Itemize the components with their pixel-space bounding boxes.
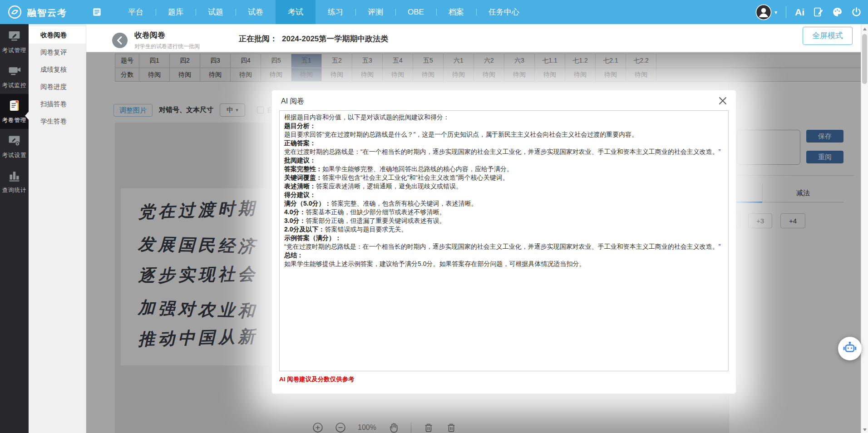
ai-suggestion-line: 正确答案： xyxy=(284,139,724,148)
ai-suggestion-line: 满分（5.0分）：答案完整、准确，包含所有核心关键词，表述清晰。 xyxy=(284,199,724,208)
submenu-item[interactable]: 收卷阅卷 xyxy=(29,26,86,44)
ai-suggestion-line: 得分建议： xyxy=(284,191,724,199)
ai-suggestion-line: 题目分析： xyxy=(284,122,724,130)
page-scrollbar[interactable] xyxy=(861,24,868,433)
page-title-block: 收卷阅卷 对学生的试卷进行统一批阅 xyxy=(134,30,200,50)
ai-suggestion-line: 如果学生能够提供上述示例答案，建议给予满分5.0分。如果答案存在部分问题，可根据… xyxy=(284,260,724,268)
page-subtitle: 对学生的试卷进行统一批阅 xyxy=(134,43,200,50)
exam-settings-icon xyxy=(7,133,21,149)
nav-item[interactable]: 评测 xyxy=(355,0,395,24)
exam-manage-icon xyxy=(7,29,21,44)
back-button[interactable] xyxy=(112,33,128,48)
submenu-item[interactable]: 学生答卷 xyxy=(29,113,86,130)
modal-title: AI 阅卷 xyxy=(281,97,305,105)
sidebar-item-label: 考卷管理 xyxy=(2,117,27,124)
submenu-sidebar: 收卷阅卷阅卷复评成绩复核阅卷进度扫描答卷学生答卷 xyxy=(29,24,86,433)
ai-suggestion-line: 2.0分及以下：答案错误或与题目要求无关。 xyxy=(284,225,724,234)
scroll-up-arrow-icon[interactable] xyxy=(863,28,867,30)
app-window: 融智云考 平台题库试题试卷考试练习评测OBE档案任务中心 ▾ Ai 考试管理考试… xyxy=(0,0,868,433)
sidebar-item[interactable]: 考卷管理 xyxy=(0,94,29,129)
sidebar-item-label: 查询统计 xyxy=(2,187,27,194)
theme-palette-icon[interactable] xyxy=(832,7,843,17)
nav-right-cluster: ▾ Ai xyxy=(755,0,862,24)
grading-pencil-icon[interactable] xyxy=(813,7,824,17)
ai-grading-modal: AI 阅卷 根据题目内容和分值，以下是对该试题的批阅建议和得分：题目分析：题目要… xyxy=(271,90,736,394)
ai-suggestion-line: 党在过渡时期的总路线是：“在一个相当长的时期内，逐步实现国家的社会主义工业化，并… xyxy=(284,148,724,156)
avatar[interactable] xyxy=(755,4,772,20)
nav-item[interactable]: 任务中心 xyxy=(476,0,532,24)
nav-item[interactable]: OBE xyxy=(395,0,436,24)
submenu-item[interactable]: 阅卷复评 xyxy=(29,44,86,61)
ai-suggestion-line: 批阅建议： xyxy=(284,156,724,165)
scrollbar-thumb[interactable] xyxy=(862,34,867,84)
sidebar-item[interactable]: 查询统计 xyxy=(0,164,29,199)
logout-power-icon[interactable] xyxy=(851,7,862,17)
main-nav: 平台题库试题试卷考试练习评测OBE档案任务中心 xyxy=(116,0,532,24)
ai-suggestion-line: “党在过渡时期的总路线是：在一个相当长的时期内，逐步实现国家的社会主义工业化，并… xyxy=(284,242,724,251)
sidebar-item[interactable]: 考试设置 xyxy=(0,129,29,164)
nav-item[interactable]: 试题 xyxy=(196,0,236,24)
page-header: 收卷阅卷 对学生的试卷进行统一批阅 正在批阅：2024-2025第一学期期中政法… xyxy=(86,24,868,52)
sidebar-item-label: 考试监控 xyxy=(2,82,27,89)
submenu-item[interactable]: 扫描答卷 xyxy=(29,95,86,113)
ai-disclaimer: AI 阅卷建议及分数仅供参考 xyxy=(279,375,729,384)
scroll-down-arrow-icon[interactable] xyxy=(863,428,867,431)
nav-divider xyxy=(786,6,786,18)
fullscreen-mode-button[interactable]: 全屏模式 xyxy=(803,27,853,45)
sidebar-item-label: 考试设置 xyxy=(2,152,27,159)
nav-item[interactable]: 试卷 xyxy=(236,0,276,24)
nav-item[interactable]: 练习 xyxy=(316,0,355,24)
ai-suggestion-line: 总结： xyxy=(284,251,724,260)
module-sidebar: 考试管理考试监控考卷管理考试设置查询统计 xyxy=(0,24,29,433)
ai-suggestion-line: 4.0分：答案基本正确，但缺少部分细节或表述不够清晰。 xyxy=(284,208,724,216)
sidebar-item[interactable]: 考试监控 xyxy=(0,59,29,94)
nav-item[interactable]: 平台 xyxy=(116,0,156,24)
grading-status: 正在批阅：2024-2025第一学期期中政法类 xyxy=(239,34,388,44)
brand-name: 融智云考 xyxy=(27,7,67,19)
modal-header: AI 阅卷 xyxy=(272,90,736,110)
nav-item[interactable]: 题库 xyxy=(156,0,196,24)
submenu-item[interactable]: 成绩复核 xyxy=(29,61,86,78)
ai-assistant-button[interactable]: Ai xyxy=(795,7,804,18)
ai-suggestion-line: 题目要求回答“党在过渡时期的总路线是什么？”，这是一个历史知识点，属于新民主主义… xyxy=(284,130,724,139)
status-label: 正在批阅： xyxy=(239,34,277,43)
sidebar-item[interactable]: 考试管理 xyxy=(0,24,29,59)
app-logo: 融智云考 xyxy=(7,5,67,21)
nav-item[interactable]: 档案 xyxy=(436,0,476,24)
paper-manage-icon xyxy=(7,98,21,114)
chevron-down-icon[interactable]: ▾ xyxy=(774,9,777,15)
submenu-item[interactable]: 阅卷进度 xyxy=(29,78,86,95)
active-module-notch xyxy=(25,112,29,120)
collapse-menu-icon[interactable] xyxy=(92,7,102,17)
ai-suggestion-line: 关键词覆盖：答案中应包含“社会主义工业化”和“社会主义改造”两个核心关键词。 xyxy=(284,173,724,182)
exam-name: 2024-2025第一学期期中政法类 xyxy=(282,34,388,43)
robot-icon xyxy=(842,340,858,358)
ai-suggestion-line: 3.0分：答案部分正确，但遗漏了重要关键词或表述有误。 xyxy=(284,216,724,225)
ai-suggestion-line: 示例答案（满分）： xyxy=(284,234,724,242)
query-stats-icon xyxy=(7,168,21,184)
ai-robot-fab[interactable] xyxy=(838,337,862,360)
page-title: 收卷阅卷 xyxy=(134,30,200,40)
sidebar-item-label: 考试管理 xyxy=(2,47,27,54)
logo-swirl-icon xyxy=(7,5,22,21)
ai-suggestion-text[interactable]: 根据题目内容和分值，以下是对该试题的批阅建议和得分：题目分析：题目要求回答“党在… xyxy=(279,110,729,371)
exam-monitor-icon xyxy=(7,64,21,79)
ai-suggestion-line: 根据题目内容和分值，以下是对该试题的批阅建议和得分： xyxy=(284,113,724,122)
top-navbar: 融智云考 平台题库试题试卷考试练习评测OBE档案任务中心 ▾ Ai xyxy=(0,0,868,24)
nav-item[interactable]: 考试 xyxy=(276,0,316,24)
ai-suggestion-line: 答案完整性：如果学生能够完整、准确地回答出总路线的核心内容，应给予满分。 xyxy=(284,165,724,173)
ai-suggestion-line: 表述清晰：答案应表述清晰，逻辑通顺，避免出现歧义或错误。 xyxy=(284,182,724,191)
user-menu[interactable]: ▾ xyxy=(755,4,777,20)
close-icon[interactable] xyxy=(718,96,728,106)
